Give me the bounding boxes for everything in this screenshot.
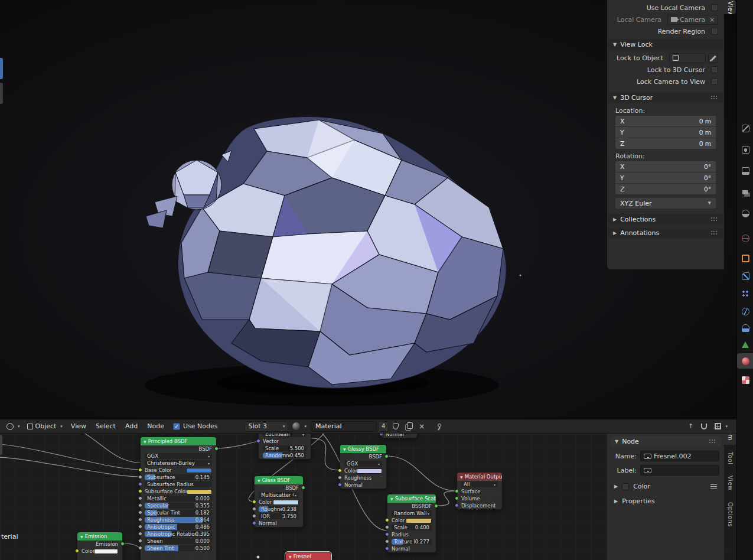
shader-mode-dropdown[interactable]: Object ▾ (24, 421, 66, 431)
tab-tool[interactable]: Tool (724, 448, 736, 468)
subsurface-radius-field[interactable]: Subsurface Radius (145, 481, 212, 487)
roughness-slider[interactable]: Roughness0.864 (145, 517, 212, 523)
color-socket[interactable] (385, 518, 389, 522)
bssrdf-socket[interactable] (434, 504, 438, 508)
specular-slider[interactable]: Specular0.355 (145, 503, 212, 509)
slot-dropdown[interactable]: Slot 3 ▾ (245, 421, 288, 432)
node-header-principled-bsdf[interactable]: ▼Principled BSDF (141, 437, 216, 445)
surface-socket[interactable] (455, 489, 459, 493)
properties-tab-tool[interactable] (737, 121, 753, 136)
menu-add[interactable]: Add (121, 421, 142, 432)
cursor-rotation-y[interactable]: Y 0° (615, 172, 716, 183)
color-swatch[interactable] (357, 468, 382, 474)
cursor-rotation-x[interactable]: X 0° (615, 161, 716, 172)
roughness-socket[interactable] (138, 517, 142, 522)
properties-tab-texture[interactable] (737, 372, 753, 388)
tab-view-viewport[interactable]: View (724, 0, 736, 14)
eyedropper-button[interactable] (708, 53, 718, 63)
viewport-3d[interactable]: Use Local Camera Local Camera Camera × R… (0, 0, 736, 418)
bsdf-socket[interactable] (214, 447, 219, 451)
properties-tab-material[interactable] (737, 353, 753, 369)
base-color-socket[interactable] (138, 468, 142, 472)
scale-slider[interactable]: Scale0.400 (392, 525, 432, 530)
parent-node-tree-button[interactable]: ↑ (684, 421, 696, 432)
node-subsurface-scattering[interactable]: ▼Subsurface ScatteringBSSRDFRandom Walk▾… (387, 494, 436, 553)
roughness-slider[interactable]: Roughness0.238 (259, 506, 299, 512)
subsurface-radius-socket[interactable] (138, 482, 142, 486)
radius-socket[interactable] (385, 532, 389, 536)
material-users-count[interactable]: 4 (378, 421, 389, 432)
metallic-slider[interactable]: Metallic0.000 (145, 496, 212, 502)
volume-socket[interactable] (455, 496, 459, 500)
properties-section[interactable]: ▶ Properties (614, 497, 717, 505)
node-header-material-output[interactable]: ▼Material Output (457, 473, 502, 481)
tab-view[interactable]: View (724, 471, 736, 495)
properties-tab-output[interactable] (737, 163, 753, 178)
use-nodes-checkbox[interactable]: ✓ Use Nodes (173, 422, 218, 430)
editor-type-button[interactable]: ▾ (4, 422, 23, 431)
annotations-panel-header[interactable]: ▶ Annotations (608, 227, 723, 239)
scale-slider[interactable]: Scale5.500 (263, 445, 307, 451)
toolbar-tab-fragment[interactable] (0, 58, 3, 79)
node-principled-bsdf[interactable]: ▼Principled BSDFBSDFGGX▾Christensen-Burl… (140, 437, 217, 560)
unlink-material-button[interactable]: × (416, 421, 428, 432)
panel-drag-dots[interactable] (709, 439, 716, 444)
normal-socket[interactable] (379, 434, 383, 436)
normal-socket[interactable] (252, 521, 256, 525)
properties-tab-scene[interactable] (737, 206, 753, 221)
anisotropic-socket[interactable] (138, 525, 142, 529)
color-swatch[interactable] (273, 500, 299, 505)
node-fresnel[interactable]: ▼Fresnel (285, 552, 331, 560)
node-glossy-bsdf[interactable]: ▼Glossy BSDFBSDFGGX▾ColorRoughnessNormal (340, 444, 387, 489)
subsurface-color-swatch[interactable] (187, 489, 212, 494)
node-normal-fragment[interactable]: Normal (381, 434, 418, 438)
node-glass-bsdf[interactable]: ▼Glass BSDFBSDFMultiscatter GGX▾ColorRou… (254, 476, 304, 528)
node-label-field[interactable] (640, 465, 719, 476)
normal-socket[interactable] (385, 546, 389, 551)
ggx-dropdown[interactable]: GGX▾ (145, 453, 212, 459)
sheen-slider[interactable]: Sheen0.000 (145, 538, 212, 544)
roughness-socket[interactable] (252, 507, 256, 511)
render-region-checkbox[interactable] (711, 28, 718, 35)
color-swatch[interactable] (406, 518, 432, 523)
subsurface-color-socket[interactable] (138, 489, 142, 493)
lock-to-3d-cursor-checkbox[interactable] (711, 66, 718, 73)
properties-tab-particles[interactable] (737, 286, 753, 301)
anisotropic-rotation-slider[interactable]: Anisotropic Rotation0.395 (145, 531, 212, 537)
node-header-glass-bsdf[interactable]: ▼Glass BSDF (255, 476, 303, 484)
subsurface-socket[interactable] (138, 475, 142, 479)
properties-tab-modifiers[interactable] (737, 268, 753, 284)
bsdf-socket[interactable] (301, 486, 305, 490)
color-socket[interactable] (252, 500, 256, 504)
node-socket-fragment[interactable] (256, 555, 260, 559)
snapping-dropdown[interactable]: ▾ (712, 422, 731, 431)
pin-button[interactable] (433, 421, 445, 432)
node-panel-header[interactable]: ▼ Node (610, 436, 721, 447)
specular-socket[interactable] (138, 503, 142, 507)
cursor-panel-header[interactable]: ▼ 3D Cursor (608, 92, 723, 103)
color-swatch[interactable] (94, 549, 118, 554)
toolbar-tab-fragment[interactable] (0, 435, 2, 455)
roughness-socket[interactable] (338, 476, 342, 480)
menu-select[interactable]: Select (92, 421, 120, 432)
properties-tab-physics[interactable] (737, 304, 753, 319)
node-texture-fragment[interactable]: Euclidean▾VectorScale5.500Randomness0.45… (258, 434, 311, 460)
sheen-socket[interactable] (138, 539, 142, 543)
euclidean-dropdown[interactable]: Euclidean▾ (263, 434, 307, 437)
color-socket[interactable] (338, 468, 342, 473)
ior-slider[interactable]: IOR3.750 (259, 513, 299, 519)
node-name-field[interactable]: Fresnel.002 (640, 451, 719, 461)
properties-tab-object[interactable] (737, 250, 753, 266)
texture-blur-socket[interactable] (385, 539, 389, 543)
color-socket[interactable] (75, 549, 79, 553)
rotation-mode-dropdown[interactable]: XYZ Euler ▼ (615, 198, 716, 209)
local-camera-field[interactable]: Camera × (667, 15, 718, 25)
subsurface-slider[interactable]: Subsurface0.145 (145, 474, 212, 480)
tab-options[interactable]: Options (724, 498, 736, 531)
node-header-glossy-bsdf[interactable]: ▼Glossy BSDF (340, 445, 386, 453)
randomness-slider[interactable]: Randomness0.450 (263, 452, 307, 458)
fake-user-button[interactable] (390, 421, 402, 432)
ggx-dropdown[interactable]: GGX▾ (344, 461, 382, 467)
collections-panel-header[interactable]: ▶ Collections (608, 214, 723, 225)
color-checkbox[interactable] (622, 483, 629, 490)
